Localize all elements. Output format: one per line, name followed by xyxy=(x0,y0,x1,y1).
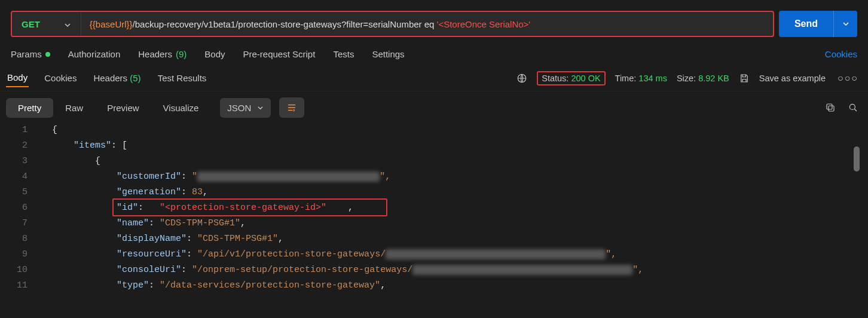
view-tab-pretty[interactable]: Pretty xyxy=(6,98,53,118)
send-dropdown-button[interactable] xyxy=(833,11,857,37)
time-value: 134 ms xyxy=(638,74,667,83)
highlight-box-id xyxy=(112,198,387,216)
code-token: ", xyxy=(380,172,390,182)
save-example-button[interactable]: Save as example xyxy=(759,74,826,83)
code-token: : [ xyxy=(111,140,127,151)
resp-tab-cookies[interactable]: Cookies xyxy=(43,69,78,87)
time-meta: Time: 134 ms xyxy=(615,74,667,83)
chevron-down-icon xyxy=(64,20,71,27)
url-path: /backup-recovery/v1beta1/protection-stor… xyxy=(133,19,437,29)
status-label: Status: xyxy=(542,74,569,83)
line-number: 3 xyxy=(0,154,27,169)
line-number: 6 xyxy=(0,200,27,216)
scrollbar-thumb[interactable] xyxy=(854,146,860,172)
line-number: 10 xyxy=(0,262,27,278)
line-number: 5 xyxy=(0,185,27,200)
code-token: { xyxy=(52,125,57,135)
search-icon[interactable] xyxy=(844,99,862,117)
resp-tab-headers-label: Headers xyxy=(93,73,127,83)
code-token: " xyxy=(192,172,197,182)
method-label: GET xyxy=(22,19,40,29)
code-token: "/data-services/protection-store-gateway… xyxy=(160,280,380,291)
url-input[interactable]: {{baseUrl}}/backup-recovery/v1beta1/prot… xyxy=(81,19,773,29)
code-token: "type" xyxy=(117,280,149,291)
tab-params[interactable]: Params xyxy=(11,49,50,59)
view-tab-raw[interactable]: Raw xyxy=(53,98,95,118)
size-value: 8.92 KB xyxy=(698,74,729,83)
save-icon[interactable] xyxy=(739,73,750,84)
code-token: "consoleUri" xyxy=(117,265,181,275)
line-number: 8 xyxy=(0,231,27,247)
request-bar: GET {{baseUrl}}/backup-recovery/v1beta1/… xyxy=(0,0,868,44)
resp-tab-headers-count: (5) xyxy=(130,73,140,83)
tab-headers[interactable]: Headers (9) xyxy=(138,49,187,59)
tab-prerequest[interactable]: Pre-request Script xyxy=(243,49,316,59)
view-row: Pretty Raw Preview Visualize JSON xyxy=(0,91,868,123)
more-icon[interactable]: ○○○ xyxy=(835,73,861,84)
redacted-value: xxxxxxxxxxxxxxxxxxxxxxxxxxxxxxxxxxxxxxxx xyxy=(386,249,606,259)
tab-settings[interactable]: Settings xyxy=(372,49,404,59)
code-token: { xyxy=(95,156,100,166)
redacted-value: xxxxxxxxxxxxxxxxxxxxxxxxxxxxxxxxx xyxy=(197,172,380,182)
url-placeholder: '<StoreOnce SerialNo>' xyxy=(437,19,531,29)
code-token: "items" xyxy=(74,140,111,151)
request-tabs: Params Authorization Headers (9) Body Pr… xyxy=(0,44,868,65)
format-select-label: JSON xyxy=(227,103,251,113)
view-tab-preview[interactable]: Preview xyxy=(95,98,151,118)
resp-tab-headers[interactable]: Headers (5) xyxy=(92,69,142,87)
code-token: "generation" xyxy=(117,187,181,197)
green-dot-icon xyxy=(45,52,50,57)
tab-headers-count: (9) xyxy=(176,49,187,59)
view-tabs: Pretty Raw Preview Visualize xyxy=(6,98,210,118)
tab-authorization[interactable]: Authorization xyxy=(68,49,121,59)
response-header: Body Cookies Headers (5) Test Results St… xyxy=(0,65,868,91)
code-token: "CDS-TPM-PSG#1" xyxy=(197,234,278,244)
time-label: Time: xyxy=(615,74,637,83)
code-token: 83 xyxy=(192,187,203,197)
line-number: 4 xyxy=(0,169,27,185)
method-url-container: GET {{baseUrl}}/backup-recovery/v1beta1/… xyxy=(11,11,774,37)
svg-rect-2 xyxy=(827,104,832,109)
cookies-link[interactable]: Cookies xyxy=(825,49,857,59)
code-token: ", xyxy=(606,249,616,259)
svg-point-3 xyxy=(849,104,855,109)
status-badge: Status: 200 OK xyxy=(537,71,605,85)
line-number: 2 xyxy=(0,138,27,154)
line-number: 1 xyxy=(0,123,27,138)
line-gutter: 1 2 3 4 5 6 7 8 9 10 11 xyxy=(0,123,36,302)
resp-tab-body[interactable]: Body xyxy=(6,69,29,87)
code-token: "/onprem-setup/protection-store-gateways… xyxy=(192,265,412,275)
status-value: 200 OK xyxy=(571,74,600,83)
tab-headers-label: Headers xyxy=(138,49,172,59)
code-token: "displayName" xyxy=(117,234,187,244)
send-button-group: Send xyxy=(779,11,857,37)
resp-tab-test-results[interactable]: Test Results xyxy=(157,69,208,87)
size-label: Size: xyxy=(677,74,696,83)
copy-icon[interactable] xyxy=(821,99,839,117)
tab-body[interactable]: Body xyxy=(204,49,225,59)
line-number: 9 xyxy=(0,247,27,262)
format-select[interactable]: JSON xyxy=(220,98,271,118)
globe-icon[interactable] xyxy=(516,73,527,84)
response-body[interactable]: 1 2 3 4 5 6 7 8 9 10 11 { "items": [ { "… xyxy=(0,123,868,302)
view-tab-visualize[interactable]: Visualize xyxy=(151,98,211,118)
code-token: "customerId" xyxy=(117,172,181,182)
method-selector[interactable]: GET xyxy=(12,12,81,36)
code-content: { "items": [ { "customerId": "xxxxxxxxxx… xyxy=(36,123,868,302)
line-number: 7 xyxy=(0,216,27,231)
code-token: "CDS-TPM-PSG#1" xyxy=(160,218,240,228)
size-meta: Size: 8.92 KB xyxy=(677,74,729,83)
line-number: 11 xyxy=(0,278,27,293)
code-token: ", xyxy=(632,265,643,275)
response-meta: Status: 200 OK Time: 134 ms Size: 8.92 K… xyxy=(516,71,861,85)
url-variable: {{baseUrl}} xyxy=(90,19,133,29)
code-token: "/api/v1/protection-store-gateways/ xyxy=(197,249,386,259)
svg-rect-1 xyxy=(829,106,834,111)
tab-tests[interactable]: Tests xyxy=(333,49,354,59)
redacted-value: xxxxxxxxxxxxxxxxxxxxxxxxxxxxxxxxxxxxxxxx xyxy=(412,265,632,275)
code-token: "resourceUri" xyxy=(117,249,187,259)
send-button[interactable]: Send xyxy=(779,11,833,37)
tab-params-label: Params xyxy=(11,49,42,59)
code-token: "name" xyxy=(117,218,149,228)
wrap-button[interactable] xyxy=(279,97,304,118)
